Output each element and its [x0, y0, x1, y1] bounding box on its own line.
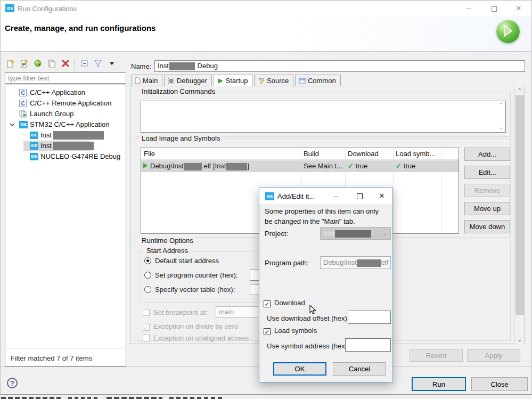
checkbox-download[interactable]: ✓Download	[264, 299, 305, 307]
checkbox-label: Set breakpoint at:	[153, 308, 208, 316]
content-scrollbar[interactable]: ⌃ ⌄	[514, 86, 524, 344]
maximize-icon	[492, 6, 497, 12]
stm32-ide-icon: IDE	[19, 121, 28, 128]
project-dropdown[interactable]: Inst ⌄	[320, 227, 391, 240]
close-window-button[interactable]: ✕	[507, 1, 530, 17]
export-icon[interactable]	[32, 59, 44, 71]
move-up-button[interactable]: Move up	[464, 202, 510, 215]
run-button[interactable]: Run	[412, 377, 466, 391]
help-button[interactable]: ?	[7, 378, 18, 388]
move-down-button[interactable]: Move down	[464, 220, 510, 233]
download-offset-label: Use download offset (hex)	[267, 314, 347, 322]
close-button[interactable]: Close	[471, 377, 528, 391]
program-path-prefix: Debug\Inst	[323, 258, 357, 266]
build-cell: See Main t...	[304, 160, 344, 172]
radio-default-start-address[interactable]: Default start address	[144, 257, 219, 265]
symbol-address-label: Use symbol address (hex)	[267, 342, 347, 350]
group-title: Start Address	[144, 247, 190, 255]
play-icon	[503, 25, 513, 37]
checkbox-set-breakpoint[interactable]: Set breakpoint at:	[143, 308, 208, 316]
column-header-download[interactable]: Download	[345, 148, 379, 160]
tab-source[interactable]: Source	[254, 75, 293, 86]
tree-item-stm32-application[interactable]: IDE STM32 C/C++ Application	[5, 119, 126, 130]
symbol-address-input[interactable]	[345, 338, 391, 352]
stm32-ide-icon: IDE	[30, 142, 38, 150]
project-label: Project:	[265, 230, 288, 238]
tree-item-cpp-application[interactable]: C C/C++ Application	[5, 87, 126, 98]
checkbox-exception-unaligned[interactable]: Exception on unaligned access	[143, 334, 249, 342]
add-button[interactable]: Add...	[464, 148, 510, 161]
name-input[interactable]: Inst Debug	[154, 60, 525, 72]
revert-button[interactable]: Revert	[410, 349, 463, 362]
tab-label: Common	[308, 77, 336, 85]
filter-icon[interactable]	[92, 59, 104, 71]
tab-startup[interactable]: Startup	[214, 75, 253, 86]
checkbox-load-symbols[interactable]: ✓Load symbols	[264, 327, 317, 335]
dialog-maximize-button[interactable]	[350, 188, 369, 204]
name-label: Name:	[131, 62, 151, 70]
redaction	[169, 62, 195, 70]
page-title: Create, manage, and run configurations	[5, 23, 155, 32]
clipped-text-fragment	[68, 397, 100, 399]
radio-label: Specify vector table (hex):	[155, 286, 235, 294]
scroll-up-icon[interactable]: ⌃	[515, 86, 525, 95]
clipped-text-fragment	[107, 397, 162, 399]
filter-input[interactable]	[5, 72, 126, 84]
checkbox-label: Load symbols	[274, 327, 317, 335]
radio-specify-vector-table[interactable]: Specify vector table (hex):	[144, 286, 235, 294]
tree-item-config-1[interactable]: IDE Inst	[5, 130, 126, 141]
cancel-button[interactable]: Cancel	[333, 362, 386, 376]
checkbox-exception-divide-zero[interactable]: ✓Exception on divide by zero	[143, 322, 238, 331]
source-icon	[258, 77, 265, 84]
dialog-minimize-button[interactable]: –	[326, 188, 346, 204]
checkbox-label: Exception on unaligned access	[153, 334, 249, 342]
tree-item-label: Inst	[40, 141, 52, 151]
column-header-file[interactable]: File	[141, 148, 155, 160]
checkbox-icon	[143, 309, 150, 316]
apply-button[interactable]: Apply	[467, 349, 520, 362]
edit-button[interactable]: Edit...	[464, 166, 510, 179]
dialog-close-button[interactable]: ✕	[372, 188, 391, 204]
scroll-down-icon[interactable]: ⌄	[499, 124, 503, 130]
delete-icon[interactable]	[60, 59, 71, 71]
radio-set-program-counter[interactable]: Set program counter (hex):	[144, 271, 238, 279]
maximize-button[interactable]	[482, 1, 506, 17]
tab-main[interactable]: Main	[131, 75, 162, 86]
minimize-button[interactable]: –	[457, 1, 480, 17]
tree-item-nucleo-debug[interactable]: IDE NUCLEO-G474RE Debug	[5, 151, 126, 162]
download-offset-input[interactable]	[348, 311, 391, 324]
program-path-input[interactable]: Debug\Instelf	[320, 256, 391, 269]
breakpoint-input[interactable]	[216, 306, 261, 317]
group-title: Load Image and Symbols	[140, 134, 222, 142]
table-header-row[interactable]: File Build Download Load symb...	[141, 148, 459, 160]
dialog-message-line: Some properties of this item can only	[265, 206, 379, 216]
tab-common[interactable]: Common	[295, 75, 341, 86]
config-tabbar: Main Debugger Startup Source Common	[131, 75, 340, 86]
tree-item-label: C/C++ Application	[30, 87, 85, 98]
menu-caret-icon[interactable]	[106, 59, 118, 71]
new-prototype-icon[interactable]: P	[19, 59, 30, 71]
column-header-build[interactable]: Build	[301, 148, 319, 160]
ok-button[interactable]: OK	[273, 362, 326, 376]
column-header-load-symbols[interactable]: Load symb...	[393, 148, 435, 160]
tree-item-config-2-selected[interactable]: IDE Inst	[5, 141, 126, 151]
table-row[interactable]: Debug\Inst.elf [Inst] See Main t... ✓tru…	[141, 160, 459, 172]
initialization-commands-textarea[interactable]	[141, 101, 506, 133]
tree-item-launch-group[interactable]: Launch Group	[5, 109, 126, 119]
scrollbar-thumb[interactable]	[515, 95, 524, 315]
dialog-message: Some properties of this item can only be…	[265, 206, 379, 226]
tab-debugger[interactable]: Debugger	[164, 75, 212, 86]
tree-item-cpp-remote-application[interactable]: C C/C++ Remote Application	[5, 98, 126, 109]
configurations-tree: C C/C++ Application C C/C++ Remote Appli…	[5, 85, 126, 348]
mouse-cursor	[309, 305, 317, 315]
duplicate-icon[interactable]	[46, 59, 58, 71]
load-symbols-value: true	[404, 162, 415, 170]
new-configuration-icon[interactable]	[5, 59, 17, 71]
radio-icon	[144, 272, 151, 279]
tab-label: Source	[267, 77, 289, 85]
collapse-all-icon[interactable]	[79, 59, 91, 71]
remove-button[interactable]: Remove	[464, 184, 510, 197]
checkbox-label: Exception on divide by zero	[153, 322, 238, 330]
scroll-down-icon[interactable]: ⌄	[515, 335, 525, 344]
scroll-up-icon[interactable]: ⌃	[499, 102, 503, 108]
